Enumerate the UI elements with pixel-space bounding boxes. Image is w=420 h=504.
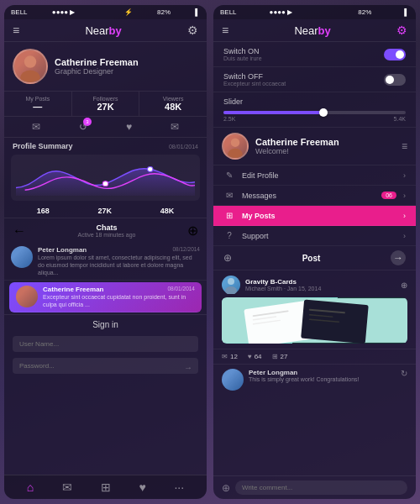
menu-support[interactable]: ? Support ›	[213, 226, 416, 246]
post-nav-icon[interactable]: →	[391, 250, 406, 265]
svg-point-4	[231, 138, 240, 147]
battery-right: 82%	[358, 8, 371, 16]
battery-icon-left: ▌	[195, 8, 200, 16]
toggle-off-labels: Switch OFF Excepteur sint occaecat	[223, 72, 286, 87]
profile-welcome-right: Welcome!	[255, 147, 339, 155]
settings-icon-right[interactable]: ⚙	[396, 24, 407, 37]
nav-message-icon[interactable]: ✉	[62, 480, 72, 494]
bottom-nav-left: ⌂ ✉ ⊞ ♥ ···	[4, 475, 207, 499]
nav-grid-icon[interactable]: ⊞	[101, 480, 111, 494]
write-comment-row: ⊕	[213, 475, 416, 499]
menu-support-arrow: ›	[403, 232, 406, 240]
post-stats: ✉ 12 ♥ 64 ⊞ 27	[213, 349, 416, 365]
stat-followers: Followers 27K	[72, 92, 140, 116]
nav-heart-icon[interactable]: ♥	[139, 480, 145, 494]
prev-icon[interactable]: ←	[13, 223, 26, 239]
svg-point-5	[228, 149, 243, 158]
profile-section-left: Catherine Freeman Graphic Designer	[4, 42, 207, 91]
actions-row: ✉ ↺3 ♥ ✉	[4, 117, 207, 138]
profile-card-right: Catherine Freeman Welcome! ≡	[213, 128, 416, 165]
toggle-off[interactable]	[384, 74, 406, 86]
svg-point-0	[24, 55, 36, 67]
chat-item-0[interactable]: Peter Longman 08/12/2014 Lorem ipsum dol…	[4, 243, 207, 281]
chat-text-0: Lorem ipsum dolor sit amet, consectetur …	[38, 254, 200, 276]
profile-name-left: Catherine Freeman	[55, 57, 198, 67]
action-share-icon[interactable]: ↺3	[79, 121, 87, 133]
chat-content-1: Catherine Freeman 08/01/2014 Excepteur s…	[43, 286, 195, 308]
battery-left: 82%	[157, 8, 171, 16]
profile-name-right: Catherine Freeman	[255, 137, 339, 147]
post-section-title: Post	[302, 254, 321, 263]
comment-content: Peter Longman This is simply great work!…	[249, 369, 396, 382]
svg-point-2	[148, 167, 153, 172]
profile-info-left: Catherine Freeman Graphic Designer	[55, 57, 198, 76]
post-card-info: Gravity B-Cards Michael Smith · Jan 15, …	[245, 278, 321, 291]
chat-name-1: Catherine Freeman	[43, 286, 103, 293]
header-right: ≡ Nearby ⚙	[213, 19, 416, 42]
add-chat-icon[interactable]: ⊕	[187, 223, 198, 239]
stat-posts-label: My Posts	[25, 96, 50, 102]
signal-right: ●●●● ▶	[270, 8, 293, 16]
nav-home-icon[interactable]: ⌂	[27, 480, 34, 494]
messages-icon: ✉	[223, 191, 235, 200]
comment-name: Peter Longman	[249, 369, 396, 376]
menu-messages-arrow: ›	[403, 192, 406, 200]
toggle-on[interactable]	[384, 49, 406, 60]
slider-track[interactable]	[223, 111, 406, 114]
menu-messages[interactable]: ✉ Messages 06 ›	[213, 186, 416, 206]
password-input[interactable]	[13, 358, 198, 374]
chart-stat-1: 27K	[97, 207, 112, 215]
menu-edit-profile[interactable]: ✎ Edit Profile ›	[213, 165, 416, 186]
toggle-on-sub: Duis aute irure	[223, 55, 262, 61]
post-image	[222, 297, 407, 344]
svg-point-1	[20, 71, 40, 82]
svg-point-3	[102, 181, 108, 186]
slider-values: 2.5K 5.4K	[223, 116, 406, 122]
menu-icon-right[interactable]: ≡	[222, 24, 228, 37]
post-stat-likes: ♥ 64	[248, 353, 262, 360]
toggle-on-row: Switch ON Duis aute irure	[213, 42, 416, 67]
toggle-on-knob	[396, 50, 404, 59]
add-post-icon[interactable]: ⊕	[223, 252, 232, 264]
chart-stat-2: 48K	[160, 207, 175, 215]
post-card-avatar	[222, 276, 240, 294]
post-card-meta: Michael Smith · Jan 15, 2014	[245, 286, 321, 291]
stats-row-left: My Posts — Followers 27K Viewers 48K	[4, 91, 207, 117]
slider-section: Slider 2.5K 5.4K	[213, 92, 416, 128]
nav-more-icon[interactable]: ···	[174, 480, 184, 494]
toggle-on-label: Switch ON	[223, 47, 262, 55]
menu-edit-profile-label: Edit Profile	[242, 171, 396, 180]
chart-area	[11, 155, 200, 201]
app-title-right: Nearby	[228, 24, 396, 37]
settings-icon-left[interactable]: ⚙	[187, 24, 198, 37]
chat-avatar-1	[16, 286, 38, 307]
chats-active: Active 18 minutes ago	[78, 232, 136, 238]
svg-point-6	[228, 278, 234, 285]
refresh-icon[interactable]: ↻	[401, 369, 407, 378]
menu-icon-left[interactable]: ≡	[13, 24, 19, 37]
profile-role-left: Graphic Designer	[55, 67, 198, 76]
stat-posts: My Posts —	[4, 92, 72, 116]
chat-avatar-0	[11, 246, 33, 268]
action-comment-icon[interactable]: ✉	[171, 121, 179, 133]
carrier-right: BELL	[220, 8, 237, 16]
slider-label: Slider	[223, 97, 406, 106]
toggle-off-sub: Excepteur sint occaecat	[223, 81, 286, 87]
profile-summary-date: 08/01/2014	[169, 144, 198, 150]
menu-my-posts[interactable]: ⊞ My Posts ›	[213, 206, 416, 226]
slider-max: 5.4K	[394, 116, 406, 122]
lines-icon[interactable]: ≡	[402, 140, 407, 152]
action-message-icon[interactable]: ✉	[32, 121, 40, 133]
write-comment-input[interactable]	[235, 480, 407, 495]
username-input[interactable]	[13, 336, 198, 352]
toggle-on-labels: Switch ON Duis aute irure	[223, 47, 262, 61]
my-posts-icon: ⊞	[223, 211, 235, 220]
action-like-icon[interactable]: ♥	[126, 121, 132, 133]
battery-icon-right: ▌	[404, 8, 409, 16]
post-card-more-icon[interactable]: ⊕	[401, 281, 407, 290]
plus-icon[interactable]: ⊕	[222, 482, 230, 494]
slider-thumb[interactable]	[319, 108, 328, 117]
submit-icon[interactable]: →	[184, 363, 192, 372]
chat-item-1[interactable]: Catherine Freeman 08/01/2014 Excepteur s…	[9, 282, 202, 312]
chat-text-1: Excepteur sint occaecat cupidatat non pr…	[43, 293, 195, 308]
